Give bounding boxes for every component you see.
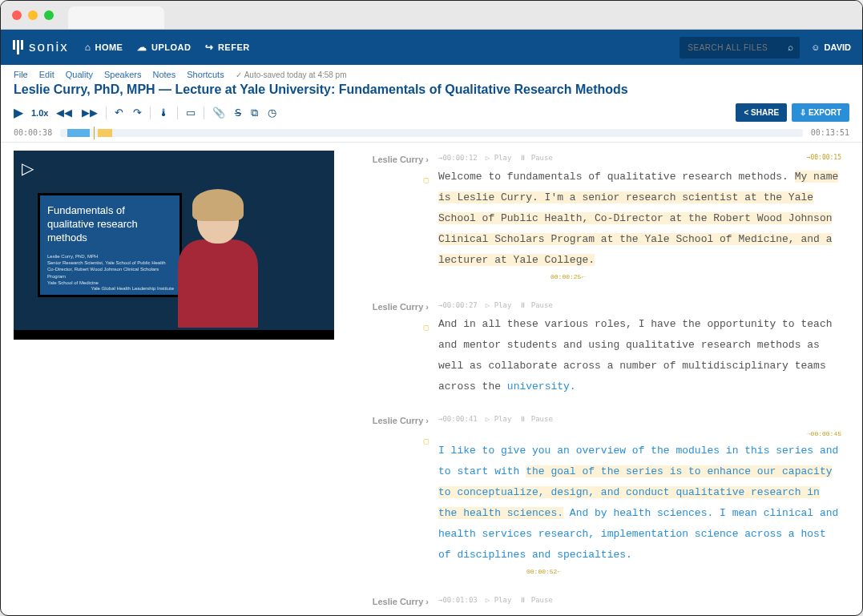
speaker-name[interactable]: Leslie Curry xyxy=(350,151,429,168)
timeline-cursor[interactable] xyxy=(94,127,95,139)
block-meta: →00:00:27 ▷ Play ⏸ Pause xyxy=(438,298,841,312)
nav-upload-label: UPLOAD xyxy=(151,42,191,52)
user-label: DAVID xyxy=(825,42,851,52)
pause-segment[interactable]: ⏸ Pause xyxy=(519,412,553,426)
note-icon[interactable]: ▢ xyxy=(423,319,429,336)
transcript-block: Leslie Curry ▢ →00:00:12 ▷ Play ⏸ Pause … xyxy=(350,151,841,284)
transcript-pane[interactable]: Leslie Curry ▢ →00:00:12 ▷ Play ⏸ Pause … xyxy=(350,151,849,612)
video-presenter xyxy=(166,195,270,340)
search-icon[interactable]: ⌕ xyxy=(788,42,793,53)
timeline: 00:00:38 00:13:51 xyxy=(1,128,862,142)
share-button[interactable]: < SHARE xyxy=(736,103,787,122)
nav-upload[interactable]: ☁ UPLOAD xyxy=(137,42,191,53)
play-segment[interactable]: ▷ Play xyxy=(486,151,512,165)
transcript-text[interactable]: I like to give you an overview of the mo… xyxy=(438,441,841,566)
screen-icon[interactable]: ▭ xyxy=(186,107,196,119)
playback-speed[interactable]: 1.0x xyxy=(31,108,48,118)
slide-credits: Leslie Curry, PhD, MPH Senior Research S… xyxy=(47,253,172,287)
pause-segment[interactable]: ⏸ Pause xyxy=(519,151,553,165)
transcript-text[interactable]: And in all these various roles, I have t… xyxy=(438,314,841,397)
refer-icon: ↪ xyxy=(205,42,214,53)
menu-file[interactable]: File xyxy=(14,70,28,79)
check-icon: ✓ xyxy=(236,70,242,79)
link[interactable]: university. xyxy=(507,380,576,393)
export-button[interactable]: ⇩ EXPORT xyxy=(792,103,849,122)
slide-footer: Yale Global Health Leadership Institute xyxy=(91,286,174,291)
user-menu[interactable]: ☺ DAVID xyxy=(811,42,851,52)
player-toolbar: ▶ 1.0x ◀◀ ▶▶ ↶ ↷ 🌡 ▭ 📎 S̶ ⧉ ◷ < SHARE ⇩ … xyxy=(1,100,862,128)
copy-icon[interactable]: ⧉ xyxy=(251,107,258,119)
block-meta: →00:00:41 ▷ Play ⏸ Pause xyxy=(438,412,841,426)
browser-titlebar xyxy=(1,1,862,30)
transcript-text[interactable]: Welcome to fundamentals of qualitative r… xyxy=(438,167,841,271)
attach-icon[interactable]: 📎 xyxy=(212,107,225,119)
maximize-window-button[interactable] xyxy=(44,10,54,20)
video-pane: Fundamentals of qualitative research met… xyxy=(14,151,334,612)
undo-button[interactable]: ↶ xyxy=(115,107,123,119)
highlight: My name is Leslie Curry. I'm a senior re… xyxy=(438,171,838,266)
transcript-text[interactable]: There are six modules in the series. The… xyxy=(438,609,841,612)
play-segment[interactable]: ▷ Play xyxy=(486,593,512,607)
browser-tab[interactable] xyxy=(68,6,164,29)
block-timestamp: 00:00:27 xyxy=(442,301,477,309)
autosave-status: ✓ Auto-saved today at 4:58 pm xyxy=(236,70,347,79)
note-icon[interactable]: ▢ xyxy=(423,433,429,450)
nav-items: ⌂ HOME ☁ UPLOAD ↪ REFER xyxy=(85,42,250,53)
pause-segment[interactable]: ⏸ Pause xyxy=(519,593,553,607)
block-timestamp: 00:00:41 xyxy=(442,415,477,423)
menu-quality[interactable]: Quality xyxy=(66,70,93,79)
search-wrap: ⌕ xyxy=(680,37,800,58)
ts-marker: →00:00:15 xyxy=(807,151,841,164)
transcript-block: Leslie Curry ▢ →00:00:41 ▷ Play ⏸ Pause … xyxy=(350,412,841,578)
forward-button[interactable]: ▶▶ xyxy=(82,107,98,119)
nav-home-label: HOME xyxy=(95,42,123,52)
redo-button[interactable]: ↷ xyxy=(133,107,142,119)
video-play-icon[interactable]: ▷ xyxy=(22,159,34,178)
nav-refer-label: REFER xyxy=(218,42,250,52)
ts-marker: 00:00:52← xyxy=(526,566,841,578)
share-label: SHARE xyxy=(751,108,779,117)
transcript-block: Leslie Curry ▢ →00:01:03 ▷ Play ⏸ Pause … xyxy=(350,593,841,612)
speaker-name[interactable]: Leslie Curry xyxy=(350,593,429,610)
total-time: 00:13:51 xyxy=(811,128,849,137)
app-window: sonix ⌂ HOME ☁ UPLOAD ↪ REFER ⌕ ☺ DAVID xyxy=(0,0,863,616)
strikethrough-icon[interactable]: S̶ xyxy=(235,107,241,119)
clock-icon[interactable]: ◷ xyxy=(268,107,276,119)
brand-logo[interactable]: sonix xyxy=(12,39,69,55)
file-menu-bar: File Edit Quality Speakers Notes Shortcu… xyxy=(1,65,862,79)
speaker-name[interactable]: Leslie Curry xyxy=(350,412,429,429)
sonix-icon xyxy=(12,40,24,54)
minimize-window-button[interactable] xyxy=(28,10,38,20)
video-player[interactable]: Fundamentals of qualitative research met… xyxy=(14,151,334,340)
home-icon: ⌂ xyxy=(85,42,91,53)
video-slide: Fundamentals of qualitative research met… xyxy=(38,193,182,297)
ts-marker: 00:00:25← xyxy=(550,271,841,284)
play-segment[interactable]: ▷ Play xyxy=(486,298,512,312)
export-label: EXPORT xyxy=(809,108,841,117)
note-icon[interactable]: ▢ xyxy=(423,171,429,189)
play-segment[interactable]: ▷ Play xyxy=(486,412,512,426)
nav-home[interactable]: ⌂ HOME xyxy=(85,42,123,53)
timeline-track[interactable] xyxy=(60,129,803,137)
main-content: Fundamentals of qualitative research met… xyxy=(1,142,862,612)
rewind-button[interactable]: ◀◀ xyxy=(56,107,72,119)
nav-refer[interactable]: ↪ REFER xyxy=(205,42,249,53)
ts-marker: →00:00:45 xyxy=(438,428,841,441)
play-button[interactable]: ▶ xyxy=(14,105,23,120)
upload-icon: ☁ xyxy=(137,42,147,53)
current-time: 00:00:38 xyxy=(14,128,52,137)
speaker-name[interactable]: Leslie Curry xyxy=(350,298,429,316)
menu-edit[interactable]: Edit xyxy=(39,70,54,79)
menu-speakers[interactable]: Speakers xyxy=(104,70,141,79)
block-meta: →00:00:12 ▷ Play ⏸ Pause →00:00:15 xyxy=(438,151,841,165)
transcript-block: Leslie Curry ▢ →00:00:27 ▷ Play ⏸ Pause … xyxy=(350,298,841,397)
pause-segment[interactable]: ⏸ Pause xyxy=(519,298,553,312)
block-timestamp: 00:00:12 xyxy=(442,154,477,162)
menu-notes[interactable]: Notes xyxy=(152,70,175,79)
search-input[interactable] xyxy=(680,37,800,58)
slide-title: Fundamentals of qualitative research met… xyxy=(47,204,172,245)
timeline-highlight xyxy=(98,129,113,137)
close-window-button[interactable] xyxy=(12,10,22,20)
menu-shortcuts[interactable]: Shortcuts xyxy=(187,70,224,79)
thermometer-icon[interactable]: 🌡 xyxy=(159,107,169,119)
